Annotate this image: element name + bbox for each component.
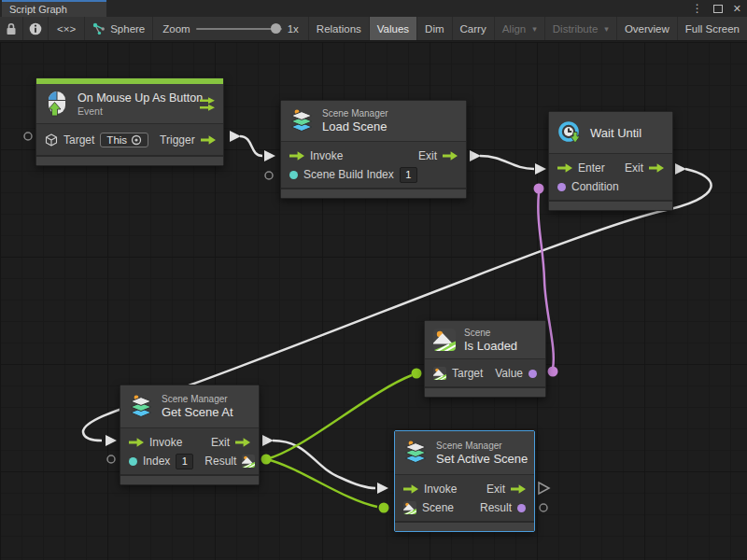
node-footer xyxy=(395,521,534,531)
tab-script-graph[interactable]: Script Graph xyxy=(2,0,106,17)
result-scene-icon[interactable] xyxy=(242,455,255,468)
tab-bar: Script Graph ⋮ ✕ xyxy=(0,0,747,17)
zoom-slider-handle[interactable] xyxy=(271,23,281,34)
node-category: Scene Manager xyxy=(162,394,250,404)
scene-manager-icon xyxy=(289,109,314,133)
edit-source-button[interactable]: <×> xyxy=(49,17,85,40)
invoke-flow-arrow-icon[interactable] xyxy=(289,151,304,161)
zoom-slider[interactable] xyxy=(196,28,282,30)
dim-button[interactable]: Dim xyxy=(416,17,451,40)
node-subtitle: Event xyxy=(78,105,191,117)
node-header[interactable]: Scene Manager Load Scene xyxy=(281,101,466,142)
exit-flow-arrow-icon[interactable] xyxy=(649,163,664,173)
script-graph-window: On Mouse Up As Button Event Target This … xyxy=(0,0,747,560)
event-double-arrow-icon xyxy=(200,97,215,111)
zoom-label: Zoom xyxy=(162,23,190,35)
build-index-field[interactable]: 1 xyxy=(400,167,417,183)
node-header[interactable]: Scene Manager Set Active Scene xyxy=(395,431,534,475)
target-object-field[interactable]: This xyxy=(100,133,148,147)
node-header[interactable]: Wait Until xyxy=(549,112,672,154)
node-body: Invoke Exit Index 1 Result xyxy=(120,428,259,474)
node-header[interactable]: Scene Is Loaded xyxy=(425,321,545,359)
target-port-label: Target xyxy=(452,367,483,380)
node-is-loaded[interactable]: Scene Is Loaded Target Value xyxy=(424,320,546,398)
enter-port-label: Enter xyxy=(578,161,605,175)
node-set-active-scene[interactable]: Scene Manager Set Active Scene Invoke Ex… xyxy=(394,430,535,532)
chevron-down-icon: ▾ xyxy=(604,24,609,34)
distribute-dropdown[interactable]: Distribute ▾ xyxy=(544,17,616,40)
target-object-value: This xyxy=(106,134,127,146)
exit-port-label: Exit xyxy=(625,161,643,175)
scene-port-label: Scene xyxy=(422,501,454,514)
exit-flow-arrow-icon[interactable] xyxy=(443,151,458,161)
exit-port-label: Exit xyxy=(418,149,437,162)
value-port-dot[interactable] xyxy=(529,370,537,378)
node-footer xyxy=(36,155,223,165)
info-button[interactable] xyxy=(23,17,49,40)
maximize-icon[interactable] xyxy=(713,5,723,13)
result-port-dot[interactable] xyxy=(517,504,526,512)
kebab-menu-icon[interactable]: ⋮ xyxy=(692,2,703,15)
scene-port-icon[interactable] xyxy=(403,501,416,514)
index-field[interactable]: 1 xyxy=(176,454,193,469)
invoke-flow-arrow-icon[interactable] xyxy=(403,484,418,494)
exit-port-label: Exit xyxy=(211,436,230,449)
node-title: Get Scene At xyxy=(162,405,250,419)
node-on-mouse-up-as-button[interactable]: On Mouse Up As Button Event Target This … xyxy=(35,77,224,166)
invoke-flow-arrow-icon[interactable] xyxy=(129,438,144,447)
trigger-flow-arrow-icon[interactable] xyxy=(201,135,216,145)
node-body: Enter Exit Condition xyxy=(549,154,672,200)
exit-port-label: Exit xyxy=(486,483,505,496)
relations-button[interactable]: Relations xyxy=(308,17,369,40)
trigger-port-label: Trigger xyxy=(160,133,195,147)
node-title: Set Active Scene xyxy=(436,452,526,466)
chevron-down-icon: ▾ xyxy=(532,24,537,34)
graph-owner-button[interactable]: Sphere xyxy=(85,17,153,40)
scene-port-icon[interactable] xyxy=(433,367,446,380)
full-screen-button[interactable]: Full Screen xyxy=(677,17,747,40)
enter-flow-arrow-icon[interactable] xyxy=(557,163,572,173)
node-category: Scene Manager xyxy=(322,108,458,119)
index-port-dot[interactable] xyxy=(129,457,137,466)
condition-port-label: Condition xyxy=(571,180,619,193)
graph-owner-icon xyxy=(92,22,106,35)
scene-manager-icon xyxy=(129,395,153,419)
node-footer xyxy=(549,200,672,210)
lock-icon xyxy=(6,22,17,35)
close-icon[interactable]: ✕ xyxy=(733,3,741,15)
info-icon xyxy=(29,22,42,35)
node-footer xyxy=(425,386,545,397)
node-header[interactable]: On Mouse Up As Button Event xyxy=(36,84,223,124)
zoom-value: 1x xyxy=(288,23,299,35)
node-body: Target This Trigger xyxy=(36,124,223,155)
object-picker-icon[interactable] xyxy=(131,134,142,146)
graph-owner-name: Sphere xyxy=(110,23,145,35)
wait-clock-icon xyxy=(557,120,582,145)
build-index-port-dot[interactable] xyxy=(289,171,298,179)
target-port-label: Target xyxy=(63,133,94,147)
lock-button[interactable] xyxy=(0,17,23,40)
scene-icon xyxy=(433,329,456,351)
node-header[interactable]: Scene Manager Get Scene At xyxy=(120,385,259,428)
node-body: Target Value xyxy=(425,359,545,386)
condition-port-dot[interactable] xyxy=(557,183,566,191)
node-body: Invoke Exit Scene Result xyxy=(395,475,534,521)
carry-button[interactable]: Carry xyxy=(452,17,494,40)
exit-flow-arrow-icon[interactable] xyxy=(511,484,526,494)
index-port-label: Index xyxy=(143,455,170,468)
exit-flow-arrow-icon[interactable] xyxy=(235,438,250,447)
node-get-scene-at[interactable]: Scene Manager Get Scene At Invoke Exit I… xyxy=(120,385,260,485)
overview-button[interactable]: Overview xyxy=(616,17,677,40)
value-port-label: Value xyxy=(495,367,523,380)
node-body: Invoke Exit Scene Build Index 1 xyxy=(281,142,466,188)
align-dropdown[interactable]: Align ▾ xyxy=(494,17,544,40)
zoom-control: Zoom 1x xyxy=(153,17,308,40)
invoke-port-label: Invoke xyxy=(149,436,182,449)
node-load-scene[interactable]: Scene Manager Load Scene Invoke Exit Sce… xyxy=(280,100,467,199)
node-title: Is Loaded xyxy=(464,339,537,353)
node-footer xyxy=(281,188,466,198)
result-port-label: Result xyxy=(480,501,512,514)
values-button[interactable]: Values xyxy=(369,17,416,40)
node-wait-until[interactable]: Wait Until Enter Exit Condition xyxy=(548,111,673,211)
node-category: Scene Manager xyxy=(436,441,526,451)
